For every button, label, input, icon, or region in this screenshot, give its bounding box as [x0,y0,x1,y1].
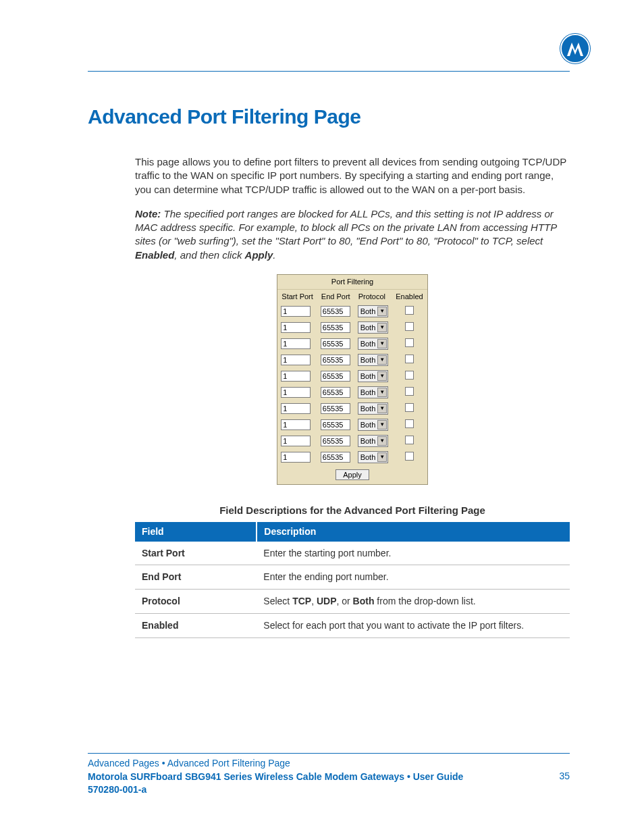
port-filtering-table: Start Port End Port Protocol Enabled Bot… [277,290,427,485]
footer-doc-title: Motorola SURFboard SBG941 Series Wireles… [88,771,463,797]
fd-field-name: Start Port [135,542,257,565]
enabled-checkbox[interactable] [405,338,414,347]
protocol-value: Both [360,339,376,349]
protocol-select[interactable]: Both▼ [358,305,389,317]
dropdown-arrow-icon: ▼ [377,307,387,316]
port-filter-row: Both▼ [277,400,427,417]
start-port-input[interactable] [281,436,311,446]
protocol-select[interactable]: Both▼ [358,354,389,366]
enabled-checkbox[interactable] [405,452,414,461]
footer-title-line1: Motorola SURFboard SBG941 Series Wireles… [88,771,463,782]
body-content: This page allows you to define port filt… [135,155,570,638]
enabled-checkbox[interactable] [405,387,414,396]
end-port-input[interactable] [321,322,350,333]
col-protocol: Protocol [354,290,392,304]
protocol-value: Both [360,388,376,398]
note-bold-apply: Apply [245,249,273,261]
start-port-input[interactable] [281,338,311,349]
document-page: Advanced Port Filtering Page This page a… [0,0,644,638]
protocol-value: Both [360,323,376,333]
dropdown-arrow-icon: ▼ [377,355,387,365]
start-port-input[interactable] [281,371,311,382]
port-filter-row: Both▼ [277,384,427,400]
protocol-value: Both [360,355,376,365]
protocol-select[interactable]: Both▼ [358,386,389,398]
dropdown-arrow-icon: ▼ [377,371,387,381]
start-port-input[interactable] [281,452,311,463]
note-text-1: The specified port ranges are blocked fo… [135,208,557,247]
fd-field-desc: Enter the starting port number. [257,542,570,565]
end-port-input[interactable] [321,387,350,398]
end-port-input[interactable] [321,338,350,349]
fd-header-description: Description [257,522,570,542]
port-filter-row: Both▼ [277,336,427,352]
dropdown-arrow-icon: ▼ [377,323,387,332]
protocol-select[interactable]: Both▼ [358,321,389,334]
port-filter-row: Both▼ [277,417,427,433]
page-number: 35 [559,771,570,781]
end-port-input[interactable] [321,355,350,365]
intro-paragraph: This page allows you to define port filt… [135,155,570,197]
enabled-checkbox[interactable] [405,322,414,331]
start-port-input[interactable] [281,419,311,430]
apply-button[interactable]: Apply [336,469,369,480]
fd-field-name: End Port [135,565,257,590]
port-filter-row: Both▼ [277,449,427,465]
motorola-logo [560,34,590,63]
protocol-select[interactable]: Both▼ [358,370,389,382]
enabled-checkbox[interactable] [405,419,414,428]
protocol-select[interactable]: Both▼ [358,435,389,447]
note-bold-enabled: Enabled [135,249,174,261]
dropdown-arrow-icon: ▼ [377,404,387,413]
start-port-input[interactable] [281,355,311,365]
end-port-input[interactable] [321,419,350,430]
page-footer: Advanced Pages • Advanced Port Filtering… [88,753,570,797]
fd-field-name: Enabled [135,614,257,638]
enabled-checkbox[interactable] [405,306,414,315]
end-port-input[interactable] [321,306,350,317]
header-divider [88,71,570,72]
col-end-port: End Port [317,290,354,304]
fd-header-field: Field [135,522,257,542]
breadcrumb: Advanced Pages • Advanced Port Filtering… [88,758,570,768]
enabled-checkbox[interactable] [405,371,414,380]
note-paragraph: Note: The specified port ranges are bloc… [135,207,570,262]
enabled-checkbox[interactable] [405,355,414,363]
footer-divider [88,753,570,754]
end-port-input[interactable] [321,436,350,446]
start-port-input[interactable] [281,387,311,398]
end-port-input[interactable] [321,371,350,382]
port-filtering-title: Port Filtering [277,275,427,290]
protocol-select[interactable]: Both▼ [358,419,389,431]
protocol-select[interactable]: Both▼ [358,402,389,415]
start-port-input[interactable] [281,306,311,317]
protocol-value: Both [360,436,376,446]
start-port-input[interactable] [281,322,311,333]
motorola-m-icon [566,41,585,56]
protocol-select[interactable]: Both▼ [358,451,389,463]
start-port-input[interactable] [281,403,311,414]
port-filter-row: Both▼ [277,303,427,319]
field-descriptions-table: Field Description Start PortEnter the st… [135,522,570,638]
protocol-select[interactable]: Both▼ [358,338,389,350]
port-filter-row: Both▼ [277,368,427,384]
dropdown-arrow-icon: ▼ [377,339,387,348]
field-descriptions-title: Field Descriptions for the Advanced Port… [135,504,570,517]
field-description-row: EnabledSelect for each port that you wan… [135,614,570,638]
protocol-value: Both [360,452,376,463]
footer-title-line2: 570280-001-a [88,784,146,795]
end-port-input[interactable] [321,452,350,463]
enabled-checkbox[interactable] [405,436,414,444]
protocol-value: Both [360,307,376,317]
port-filter-row: Both▼ [277,352,427,368]
enabled-checkbox[interactable] [405,403,414,412]
port-filter-row: Both▼ [277,433,427,449]
col-start-port: Start Port [277,290,317,304]
fd-field-name: Protocol [135,590,257,614]
fd-field-desc: Select TCP, UDP, or Both from the drop-d… [257,590,570,614]
end-port-input[interactable] [321,403,350,414]
dropdown-arrow-icon: ▼ [377,388,387,397]
field-description-row: Start PortEnter the starting port number… [135,542,570,565]
port-filtering-panel: Port Filtering Start Port End Port Proto… [277,274,427,486]
dropdown-arrow-icon: ▼ [377,420,387,429]
